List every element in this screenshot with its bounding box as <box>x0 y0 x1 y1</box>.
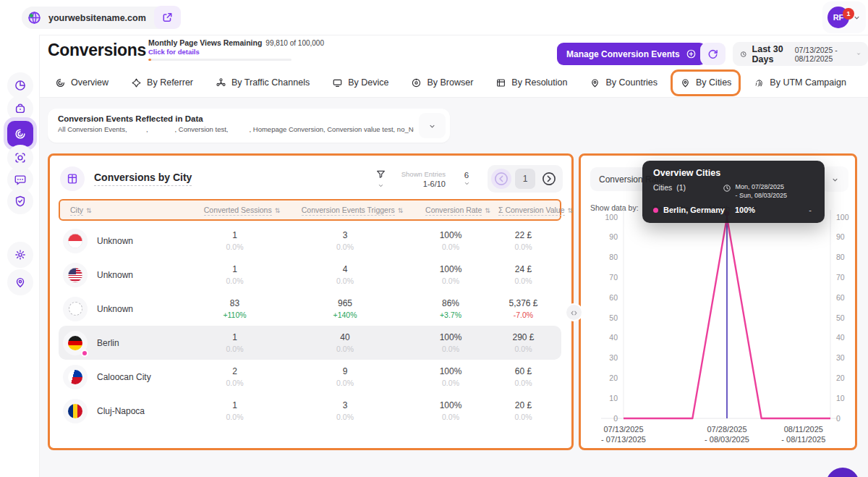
tab-by-referrer[interactable]: By Referrer <box>124 72 200 94</box>
tab-by-device[interactable]: By Device <box>325 72 396 94</box>
tooltip-series-extra: - <box>809 206 812 214</box>
sort-icon: ⇅ <box>86 207 92 214</box>
column-header-city[interactable]: City⇅ <box>70 206 197 214</box>
sidebar <box>0 35 40 477</box>
tooltip-group: Cities(1) <box>653 183 686 192</box>
events-banner-expand-button[interactable] <box>419 113 446 138</box>
clock-icon <box>740 49 747 59</box>
column-header--conversion-value[interactable]: Σ Conversion Value⇅ <box>498 206 573 214</box>
tab-by-utm-campaign[interactable]: By UTM Campaign <box>746 72 854 94</box>
date-range-selector[interactable]: Last 30 Days 07/13/2025 - 08/12/2025 <box>733 42 868 66</box>
svg-text:- 08/11/2025: - 08/11/2025 <box>781 435 825 444</box>
tab-by-browser[interactable]: By Browser <box>404 72 480 94</box>
column-header-converted-sessions[interactable]: Converted Sessions⇅ <box>197 206 287 214</box>
tab-by-countries[interactable]: By Countries <box>582 72 665 94</box>
manage-conversion-events-button[interactable]: Manage Conversion Events <box>557 43 706 65</box>
flag-us-icon <box>63 263 88 287</box>
page-size-selector[interactable]: 6 <box>456 171 477 187</box>
table-row[interactable]: Unknown 83+110%965+140%86%+3.7%5,376 £-7… <box>59 292 561 326</box>
flag-id-icon <box>63 229 88 253</box>
clock-icon <box>723 184 731 193</box>
svg-text:10: 10 <box>609 394 618 402</box>
series-color-dot <box>81 350 88 357</box>
svg-text:90: 90 <box>836 232 845 241</box>
current-page[interactable]: 1 <box>515 169 535 189</box>
chevron-down-icon <box>464 180 470 187</box>
svg-text:70: 70 <box>609 273 618 282</box>
fingerprint-icon <box>754 77 765 88</box>
tab-by-resolution[interactable]: By Resolution <box>488 72 574 94</box>
tooltip-series-value: 100% <box>735 206 755 214</box>
svg-text:- 07/13/2025: - 07/13/2025 <box>601 435 646 444</box>
pageviews-details-link[interactable]: Click for details <box>148 48 292 56</box>
sidebar-item-privacy[interactable] <box>7 188 33 214</box>
share-nodes-icon <box>216 77 226 88</box>
pageviews-progress-fill <box>148 59 151 61</box>
svg-text:50: 50 <box>609 313 618 322</box>
chevron-down-icon <box>378 182 384 189</box>
map-pin-icon <box>14 276 27 289</box>
tooltip-date-range: Mon, 07/28/2025- Sun, 08/03/2025 <box>723 183 787 200</box>
conversions-by-city-card: Conversions by City Shown Entries 1-6/10… <box>48 153 574 450</box>
pageviews-label: Monthly Page Views Remaining <box>148 38 262 47</box>
filter-button[interactable] <box>373 169 390 189</box>
svg-text:60: 60 <box>609 293 618 302</box>
tab-overview[interactable]: Overview <box>48 72 116 94</box>
app: yourwebsitename.com RF 1 Conversions Mon… <box>0 0 868 477</box>
chevron-down-icon <box>427 122 438 130</box>
sidebar-item-dashboard[interactable] <box>7 72 33 98</box>
sort-icon: ⇅ <box>398 207 404 214</box>
svg-text:30: 30 <box>609 353 618 362</box>
pageviews-quota: Monthly Page Views Remaining99,810 of 10… <box>148 38 292 61</box>
city-name: Cluj-Napoca <box>97 406 145 416</box>
avatar: RF 1 <box>827 7 849 28</box>
website-selector[interactable]: yourwebsitename.com <box>22 7 171 29</box>
table-row[interactable]: Caloocan City 20.0%90.0%100%0.0%60 £0.0% <box>59 360 561 394</box>
table-row[interactable]: Berlin 10.0%400.0%100%0.0%290 £0.0% <box>59 326 561 360</box>
column-header-conversion-rate[interactable]: Conversion Rate⇅ <box>417 206 498 214</box>
drag-handle-icon <box>569 308 579 318</box>
focus-icon <box>14 151 27 164</box>
chart-tooltip: Overview Cities Cities(1) Mon, 07/28/202… <box>642 161 825 223</box>
open-website-button[interactable] <box>154 6 181 29</box>
pageviews-value: 99,810 of 100,000 <box>265 39 324 47</box>
sidebar-item-settings[interactable] <box>7 242 33 268</box>
pageviews-progress <box>148 59 292 61</box>
shield-icon <box>14 195 27 208</box>
city-name: Unknown <box>97 270 133 280</box>
svg-text:0: 0 <box>836 414 841 423</box>
table-grid-icon <box>60 166 85 191</box>
sidebar-item-conversions[interactable] <box>7 121 33 147</box>
table-row[interactable]: Unknown 10.0%40.0%100%0.0%24 £0.0% <box>59 258 561 292</box>
previous-page-button[interactable] <box>491 169 511 189</box>
sidebar-item-location[interactable] <box>7 269 33 295</box>
tabs-bar: OverviewBy ReferrerBy Traffic ChannelsBy… <box>40 68 868 98</box>
series-color-dot <box>653 208 658 213</box>
table-row[interactable]: Cluj-Napoca 10.0%30.0%100%0.0%20 £0.0% <box>59 394 561 428</box>
svg-text:20: 20 <box>836 373 845 382</box>
gauge-icon <box>55 77 66 88</box>
refresh-button[interactable] <box>700 43 726 65</box>
sidebar-item-ecommerce[interactable] <box>7 96 33 122</box>
flag-ro-icon <box>63 399 88 423</box>
svg-text:80: 80 <box>609 253 618 261</box>
flag-unknown-icon <box>63 297 88 321</box>
conversion-events-banner: Conversion Events Reflected in Data All … <box>48 109 450 143</box>
svg-text:10: 10 <box>836 394 845 402</box>
arrow-right-circle-icon <box>541 171 557 187</box>
table-row[interactable]: Unknown 10.0%30.0%100%0.0%22 £0.0% <box>59 224 561 258</box>
next-page-button[interactable] <box>539 169 559 189</box>
panel-resize-handle[interactable] <box>565 303 583 321</box>
svg-text:40: 40 <box>836 333 845 342</box>
notification-badge: 1 <box>843 8 854 20</box>
frame-icon <box>495 77 506 88</box>
column-header-conversion-events-triggers[interactable]: Conversion Events Triggers⇅ <box>287 206 417 214</box>
user-menu[interactable]: RF 1 <box>822 1 866 33</box>
svg-text:60: 60 <box>836 293 845 302</box>
tab-by-cities[interactable]: By Cities <box>673 72 739 94</box>
arrow-left-circle-icon <box>493 171 509 187</box>
table-title: Conversions by City <box>94 172 192 186</box>
city-name: Unknown <box>97 236 133 246</box>
tab-by-traffic-channels[interactable]: By Traffic Channels <box>208 72 317 94</box>
city-name: Berlin <box>97 338 119 348</box>
